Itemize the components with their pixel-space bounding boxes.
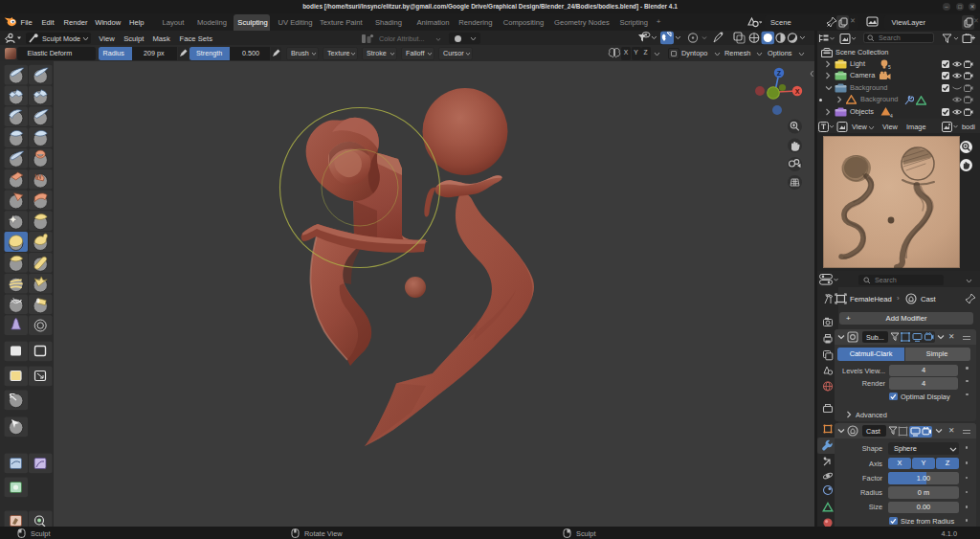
svg-text:5: 5 — [888, 64, 891, 70]
svg-text:4: 4 — [890, 113, 893, 119]
svg-text:X: X — [795, 88, 800, 95]
svg-text:Z: Z — [777, 70, 782, 77]
